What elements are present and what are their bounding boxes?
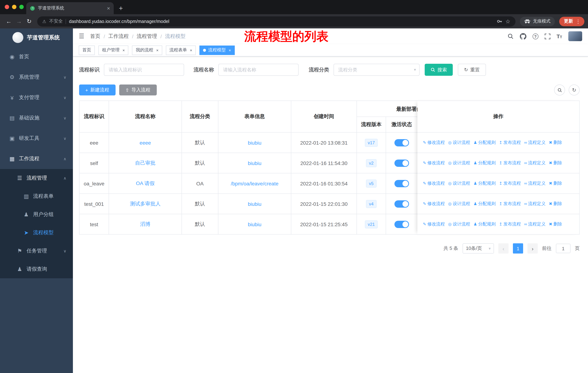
cell-form-link[interactable]: biubiu: [218, 194, 291, 214]
address-bar[interactable]: ⚠ 不安全 dashboard.yudao.iocoder.cn/bpm/man…: [37, 16, 515, 26]
design-process-link[interactable]: ◎设计流程: [448, 160, 470, 166]
delete-link[interactable]: ✖删除: [549, 221, 562, 227]
design-process-link[interactable]: ◎设计流程: [448, 140, 470, 146]
process-id-input[interactable]: [104, 64, 184, 76]
font-size-icon[interactable]: TT: [556, 33, 562, 39]
publish-process-link[interactable]: ↥发布流程: [499, 221, 521, 227]
tab-close-icon[interactable]: ×: [107, 5, 110, 11]
sidebar-item-workflow[interactable]: ▦ 工作流程 ∧: [0, 149, 73, 169]
assign-rule-link[interactable]: ♟分配规则: [473, 180, 496, 186]
cell-process-name-link[interactable]: 测试多审批人: [109, 194, 182, 214]
sidebar-item-dev-tools[interactable]: ▣ 研发工具 ∨: [0, 128, 73, 149]
cell-form-link[interactable]: biubiu: [218, 153, 291, 173]
back-button[interactable]: ←: [4, 18, 14, 25]
tag-tenant-management[interactable]: 租户管理 ×: [98, 45, 128, 55]
prev-page-button[interactable]: ‹: [498, 243, 509, 253]
minimize-window-button[interactable]: [12, 5, 16, 9]
assign-rule-link[interactable]: ♟分配规则: [473, 160, 496, 166]
edit-process-link[interactable]: ✎修改流程: [423, 221, 445, 227]
page-size-select[interactable]: 10条/页 ▾: [462, 243, 494, 253]
delete-link[interactable]: ✖删除: [549, 180, 562, 186]
publish-process-link[interactable]: ↥发布流程: [499, 180, 521, 186]
tag-process-form[interactable]: 流程表单 ×: [166, 45, 196, 55]
edit-process-link[interactable]: ✎修改流程: [423, 140, 445, 146]
active-switch[interactable]: [394, 180, 409, 187]
assign-rule-link[interactable]: ♟分配规则: [473, 201, 496, 207]
process-definition-link[interactable]: ∞流程定义: [524, 180, 546, 186]
sidebar-item-infrastructure[interactable]: ▤ 基础设施 ∨: [0, 108, 73, 128]
reload-button[interactable]: ↻: [24, 18, 34, 25]
active-switch[interactable]: [394, 139, 409, 146]
sidebar-item-leave-query[interactable]: ♟ 请假查询: [0, 260, 73, 278]
browser-menu-icon[interactable]: ⋮: [576, 18, 581, 24]
new-tab-button[interactable]: +: [119, 5, 123, 12]
update-button[interactable]: 更新 ⋮: [559, 17, 584, 26]
next-page-button[interactable]: ›: [527, 243, 538, 253]
cell-process-name-link[interactable]: OA 请假: [109, 173, 182, 194]
design-process-link[interactable]: ◎设计流程: [448, 221, 470, 227]
github-icon[interactable]: [520, 33, 526, 40]
hamburger-icon[interactable]: ☰: [79, 33, 84, 39]
sidebar-item-payment-management[interactable]: ¥ 支付管理 ∨: [0, 87, 73, 108]
tag-home[interactable]: 首页: [79, 45, 95, 55]
refresh-table-button[interactable]: ↻: [569, 84, 580, 95]
breadcrumb-home[interactable]: 首页: [90, 33, 100, 40]
zoom-window-button[interactable]: [19, 5, 24, 9]
user-avatar[interactable]: [568, 31, 582, 41]
password-key-icon[interactable]: [496, 18, 503, 24]
assign-rule-link[interactable]: ♟分配规则: [473, 140, 496, 146]
sidebar-item-task-management[interactable]: ⚑ 任务管理 ∨: [0, 242, 73, 260]
tag-close-icon[interactable]: ×: [156, 48, 158, 52]
edit-process-link[interactable]: ✎修改流程: [423, 160, 445, 166]
tag-close-icon[interactable]: ×: [123, 48, 125, 52]
tag-close-icon[interactable]: ×: [190, 48, 192, 52]
delete-link[interactable]: ✖删除: [549, 140, 562, 146]
delete-link[interactable]: ✖删除: [549, 201, 562, 207]
process-category-select-input[interactable]: [334, 64, 420, 76]
import-process-button[interactable]: ⇧ 导入流程: [119, 84, 157, 95]
toggle-search-button[interactable]: [554, 84, 565, 95]
create-process-button[interactable]: + 新建流程: [79, 84, 115, 95]
design-process-link[interactable]: ◎设计流程: [448, 201, 470, 207]
browser-tab[interactable]: 芋道管理系统 ×: [26, 2, 114, 14]
cell-process-name-link[interactable]: eeee: [109, 133, 182, 153]
process-name-input[interactable]: [218, 64, 299, 76]
tag-process-model[interactable]: 流程模型 ×: [200, 45, 235, 55]
delete-link[interactable]: ✖删除: [549, 160, 562, 166]
active-switch[interactable]: [394, 200, 409, 207]
active-switch[interactable]: [394, 221, 409, 228]
process-definition-link[interactable]: ∞流程定义: [524, 221, 546, 227]
search-button[interactable]: 搜索: [425, 64, 453, 76]
breadcrumb-process-management[interactable]: 流程管理: [137, 33, 157, 40]
tag-close-icon[interactable]: ×: [229, 48, 231, 52]
cell-form-link[interactable]: biubiu: [218, 214, 291, 235]
tag-my-process[interactable]: 我的流程 ×: [132, 45, 162, 55]
process-definition-link[interactable]: ∞流程定义: [524, 160, 546, 166]
sidebar-item-home[interactable]: ◉ 首页: [0, 47, 73, 67]
edit-process-link[interactable]: ✎修改流程: [423, 201, 445, 207]
process-definition-link[interactable]: ∞流程定义: [524, 201, 546, 207]
page-1-button[interactable]: 1: [513, 243, 523, 253]
publish-process-link[interactable]: ↥发布流程: [499, 201, 521, 207]
breadcrumb-workflow[interactable]: 工作流程: [108, 33, 129, 40]
cell-process-name-link[interactable]: 自己审批: [109, 153, 182, 173]
sidebar-item-process-form[interactable]: ▥ 流程表单: [0, 187, 73, 205]
bookmark-star-icon[interactable]: ☆: [505, 19, 510, 24]
process-category-select[interactable]: ▾: [334, 64, 420, 76]
active-switch[interactable]: [394, 159, 409, 167]
publish-process-link[interactable]: ↥发布流程: [499, 140, 521, 146]
assign-rule-link[interactable]: ♟分配规则: [473, 221, 496, 227]
fullscreen-icon[interactable]: [545, 33, 550, 39]
publish-process-link[interactable]: ↥发布流程: [499, 160, 521, 166]
cell-form-link[interactable]: biubiu: [218, 133, 291, 153]
design-process-link[interactable]: ◎设计流程: [448, 180, 470, 186]
sidebar-item-system-management[interactable]: ⚙ 系统管理 ∨: [0, 67, 73, 87]
help-icon[interactable]: ?: [532, 33, 538, 39]
sidebar-item-process-management[interactable]: ☰ 流程管理 ∧: [0, 169, 73, 187]
goto-page-input[interactable]: [556, 244, 570, 253]
process-definition-link[interactable]: ∞流程定义: [524, 140, 546, 146]
forward-button[interactable]: →: [14, 18, 24, 25]
search-icon[interactable]: [507, 33, 514, 39]
reset-button[interactable]: ↻ 重置: [458, 64, 486, 76]
cell-process-name-link[interactable]: 滔博: [109, 214, 182, 235]
